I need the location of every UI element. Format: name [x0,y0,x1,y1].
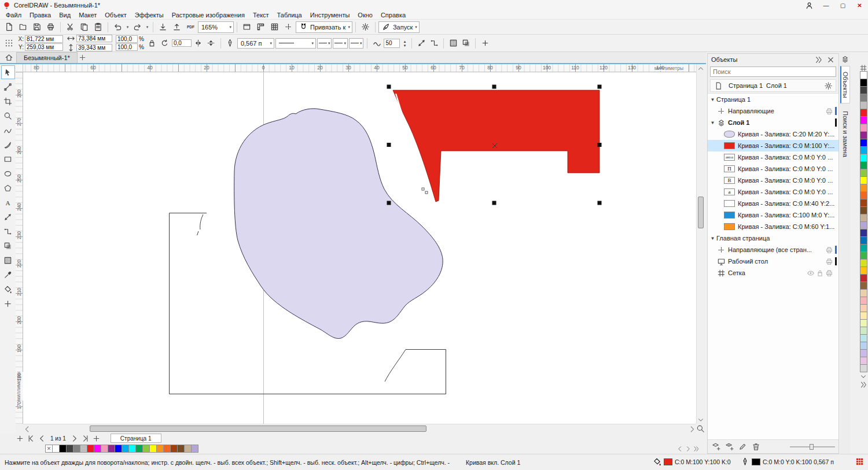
color-swatch[interactable] [860,289,867,297]
rectangle-tool[interactable] [1,152,15,166]
paste-button[interactable] [91,21,105,34]
color-swatch[interactable] [860,109,867,117]
tree-object-row[interactable]: Кривая - Заливка: C:0 M:40 Y:2... [708,198,838,209]
color-swatch[interactable] [860,184,867,192]
tree-object-row[interactable]: аКривая - Заливка: C:0 M:0 Y:0 ... [708,186,838,198]
last-page-button[interactable] [80,434,90,443]
color-swatch[interactable] [860,101,867,109]
color-swatch[interactable] [860,206,867,214]
selection-handle[interactable] [387,143,391,147]
account-button[interactable] [801,0,818,10]
selection-handle[interactable] [387,201,391,205]
line-style-combo[interactable]: ▾ [275,38,316,49]
selection-handle[interactable] [598,143,602,147]
color-swatch[interactable] [860,327,867,335]
transparency-tool[interactable] [1,253,15,267]
menu-item[interactable]: Справка [377,10,410,19]
drawing-canvas[interactable] [23,72,696,424]
ruler-origin-corner[interactable] [16,64,23,72]
color-swatch[interactable] [860,297,867,305]
convert-to-curves-button[interactable] [415,38,427,49]
horizontal-ruler[interactable]: миллиметры 80604020010203040506070809010… [23,64,696,72]
artistic-media-tool[interactable] [1,138,15,151]
color-swatch[interactable] [860,116,867,124]
freehand-tool[interactable] [1,123,15,137]
color-swatch[interactable] [860,94,867,102]
show-grid-button[interactable] [268,21,281,34]
previous-page-button[interactable] [37,434,47,443]
tree-object-row[interactable]: Кривая - Заливка: C:0 M:60 Y:1... [708,221,838,232]
new-document-button[interactable] [2,21,16,34]
menu-item[interactable]: Макет [75,10,101,19]
undo-button[interactable] [111,21,124,34]
mirror-horizontal-button[interactable] [193,38,204,49]
menu-item[interactable]: Окно [354,10,377,19]
color-swatch[interactable] [860,71,867,79]
close-button[interactable]: ✕ [851,0,868,10]
color-swatch[interactable] [860,199,867,207]
palette-options-button[interactable] [859,64,867,72]
object-effects-button[interactable] [460,38,472,49]
lock-ratio-button[interactable] [146,38,158,49]
outline-width-combo[interactable]: 0,567 п▾ [237,38,274,49]
tree-object-row[interactable]: ПКривая - Заливка: C:0 M:0 Y:0 ... [708,163,838,175]
object-width-input[interactable] [76,35,112,42]
color-swatch[interactable] [860,349,867,357]
docker-tab[interactable]: Объекты [840,66,850,103]
docker-settings-button[interactable] [824,82,833,90]
curve-node[interactable] [422,188,424,190]
copy-button[interactable] [78,21,91,34]
horizontal-scroll-thumb[interactable] [90,425,426,432]
tree-layer-row[interactable]: ▼Слой 1 [708,117,838,128]
color-swatch[interactable] [860,236,867,245]
color-swatch[interactable] [860,229,867,237]
color-swatch[interactable] [860,304,867,312]
arrowhead-start-combo[interactable]: ▾ [317,38,332,49]
print-document-button[interactable] [44,21,57,34]
undo-dropdown[interactable]: ▾ [125,25,130,29]
full-screen-preview-button[interactable] [240,21,253,34]
scroll-down-button[interactable] [697,416,705,424]
object-height-input[interactable] [76,44,112,51]
palette-expand-button[interactable] [693,445,700,453]
publish-pdf-button[interactable]: PDF [184,21,197,34]
tree-object-row[interactable]: автоаКривая - Заливка: C:0 M:0 Y:0 ... [708,151,838,163]
menu-item[interactable]: Эффекты [131,10,168,19]
rotation-angle-input[interactable] [172,39,192,47]
selection-handle[interactable] [598,85,602,89]
tree-grid-row[interactable]: Сетка [708,267,838,279]
menu-item[interactable]: Вид [55,10,75,19]
import-button[interactable] [156,21,170,34]
color-swatch[interactable] [860,357,867,365]
docker-collapse-button[interactable] [814,55,823,64]
color-swatch[interactable] [860,282,867,290]
mirror-vertical-button[interactable] [205,38,217,49]
close-curve-button[interactable] [428,38,440,49]
color-swatch[interactable] [860,319,867,327]
ellipse-tool[interactable] [1,166,15,180]
minimize-button[interactable]: — [818,0,834,10]
color-swatch[interactable] [860,146,867,154]
tree-object-row[interactable]: Кривая - Заливка: C:0 M:100 Y:... [708,140,838,151]
tree-desktop-row[interactable]: Рабочий стол [708,256,838,267]
tree-object-row[interactable]: Кривая - Заливка: C:100 M:0 Y:... [708,209,838,221]
expander-icon[interactable]: ▼ [709,236,716,241]
cut-button[interactable] [64,21,77,34]
docker-tab-icon[interactable] [841,55,849,64]
color-swatch[interactable] [860,131,867,139]
options-gear-button[interactable] [359,21,372,34]
docker-close-button[interactable] [826,55,835,64]
menu-item[interactable]: Текст [249,10,273,19]
scale-x-input[interactable] [116,35,138,43]
expander-icon[interactable]: ▼ [709,120,716,125]
tree-page-row[interactable]: ▼Страница 1 [708,94,838,105]
zoom-to-fit-button[interactable] [696,424,704,433]
first-page-button[interactable] [26,434,36,443]
scroll-right-button[interactable] [688,424,696,434]
color-swatch[interactable] [191,445,198,453]
dimension-tool[interactable] [1,210,15,224]
launch-combo[interactable]: Запуск▾ [378,21,420,33]
interactive-fill-tool[interactable] [1,282,15,296]
docker-tab[interactable]: Поиск и замена [841,106,849,162]
redo-dropdown[interactable]: ▾ [145,25,150,29]
